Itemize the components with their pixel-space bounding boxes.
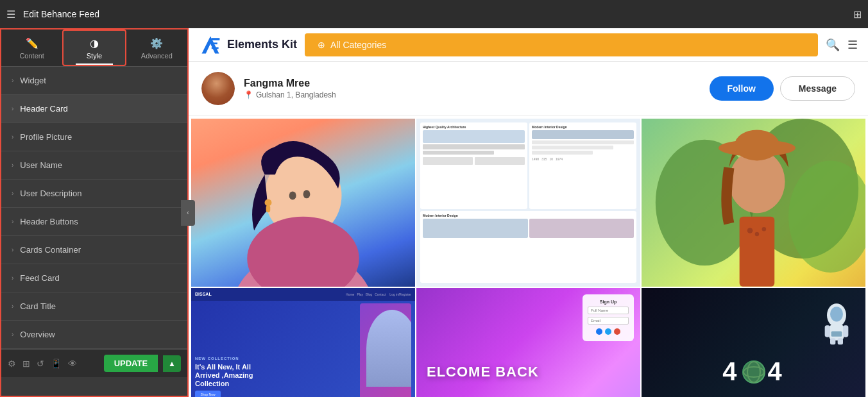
svg-point-19	[755, 232, 760, 237]
sidebar-item-feed-card[interactable]: › Feed Card	[1, 264, 187, 292]
settings-icon[interactable]: ⚙	[8, 359, 16, 369]
sidebar-item-profile-picture[interactable]: › Profile Picture	[1, 123, 187, 151]
tab-advanced[interactable]: ⚙️ Advanced	[126, 30, 187, 66]
brand-name: Elements Kit	[227, 38, 297, 51]
sidebar-item-user-description[interactable]: › User Description	[1, 180, 187, 208]
sidebar-item-widget[interactable]: › Widget	[1, 67, 187, 95]
chevron-right-icon: ›	[12, 133, 13, 140]
sidebar-item-cards-container[interactable]: › Cards Container	[1, 236, 187, 264]
profile-location-text: Gulshan 1, Bangladesh	[256, 90, 336, 99]
grid-icon[interactable]: ⊞	[853, 8, 862, 21]
avatar	[201, 72, 235, 105]
chevron-right-icon: ›	[12, 303, 13, 310]
svg-rect-2	[212, 42, 217, 44]
sidebar-item-header-card[interactable]: › Header Card	[1, 95, 187, 123]
sidebar-item-card-title[interactable]: › Card Title	[1, 292, 187, 321]
categories-button[interactable]: ⊕ All Categories	[305, 33, 818, 56]
tab-content-label: Content	[19, 52, 44, 60]
preview-area: Fangma Mree 📍 Gulshan 1, Bangladesh Foll…	[189, 62, 868, 397]
svg-rect-29	[830, 338, 835, 344]
sidebar-item-cards-container-label: Cards Container	[20, 245, 81, 255]
feed-card-4[interactable]: BISSAL HomePlayBlogContact Log in/Regist…	[191, 288, 415, 397]
feed-card-3[interactable]	[642, 119, 865, 287]
sidebar-item-overview[interactable]: › Overview	[1, 321, 187, 349]
svg-rect-10	[266, 205, 271, 212]
profile-location: 📍 Gulshan 1, Bangladesh	[244, 90, 701, 99]
sidebar-item-user-name-label: User Name	[20, 160, 62, 170]
update-dropdown-button[interactable]: ▲	[163, 355, 181, 372]
menu-icon[interactable]: ☰	[847, 38, 858, 52]
svg-rect-3	[212, 47, 219, 49]
tab-style-label: Style	[87, 52, 102, 60]
feed-card-6[interactable]: 4 4 OOPOS	[642, 288, 865, 397]
sidebar-item-widget-label: Widget	[20, 76, 46, 85]
sidebar-item-card-title-label: Card Title	[20, 301, 56, 311]
bottom-icons: ⚙ ⊞ ↺ 📱 👁	[8, 359, 99, 369]
profile-header: Fangma Mree 📍 Gulshan 1, Bangladesh Foll…	[189, 62, 868, 116]
svg-rect-14	[740, 217, 775, 287]
chevron-right-icon: ›	[12, 105, 13, 112]
profile-actions: Follow Message	[710, 76, 855, 101]
svg-rect-28	[843, 325, 848, 337]
location-icon: 📍	[244, 90, 253, 99]
svg-rect-31	[831, 331, 842, 336]
sidebar-items-list: › Widget › Header Card › Profile Picture…	[1, 67, 187, 349]
follow-button[interactable]: Follow	[710, 76, 774, 101]
topbar-title: Edit Behance Feed	[23, 9, 846, 19]
tab-advanced-label: Advanced	[141, 52, 173, 60]
categories-label: All Categories	[330, 40, 386, 50]
sidebar-item-header-buttons[interactable]: › Header Buttons	[1, 208, 187, 236]
chevron-right-icon: ›	[12, 218, 13, 225]
history-icon[interactable]: ↺	[37, 359, 44, 369]
svg-point-9	[265, 199, 272, 206]
message-button[interactable]: Message	[780, 76, 855, 101]
svg-rect-30	[838, 338, 843, 344]
chevron-right-icon: ›	[12, 275, 13, 282]
brand-logo: Elements Kit	[199, 33, 297, 56]
profile-info: Fangma Mree 📍 Gulshan 1, Bangladesh	[244, 78, 701, 99]
sidebar-item-user-name[interactable]: › User Name	[1, 151, 187, 180]
feed-card-1[interactable]	[191, 119, 415, 287]
tabs-bar: ✏️ Content ◑ Style ⚙️ Advanced	[1, 30, 187, 67]
sidebar-item-user-description-label: User Description	[20, 189, 81, 198]
device-icon[interactable]: 📱	[51, 359, 62, 369]
layers-icon[interactable]: ⊞	[22, 359, 30, 369]
tab-content[interactable]: ✏️ Content	[1, 30, 62, 66]
chevron-right-icon: ›	[12, 162, 13, 169]
feed-grid: Highest Quality Architecture Modern Inte…	[189, 116, 868, 397]
svg-point-8	[303, 190, 311, 198]
style-tab-icon: ◑	[90, 37, 99, 49]
svg-point-21	[744, 362, 764, 382]
update-button[interactable]: UPDATE	[104, 355, 158, 372]
sidebar-item-feed-card-label: Feed Card	[20, 273, 59, 283]
svg-point-7	[289, 191, 296, 199]
chevron-right-icon: ›	[12, 77, 13, 84]
feed-card-5[interactable]: ELCOME BACK Sign Up	[416, 288, 640, 397]
collapse-handle[interactable]: ‹	[181, 200, 195, 226]
chevron-right-icon: ›	[12, 246, 13, 253]
feed-card-2[interactable]: Highest Quality Architecture Modern Inte…	[416, 119, 640, 287]
content-tab-icon: ✏️	[26, 37, 38, 49]
sidebar: ✏️ Content ◑ Style ⚙️ Advanced › Widget …	[0, 28, 189, 397]
advanced-tab-icon: ⚙️	[150, 37, 163, 49]
main-layout: ✏️ Content ◑ Style ⚙️ Advanced › Widget …	[0, 28, 868, 397]
chevron-right-icon: ›	[12, 331, 13, 338]
content-area: Elements Kit ⊕ All Categories 🔍 ☰ Fan	[189, 28, 868, 397]
avatar-image	[201, 72, 235, 105]
eye-icon[interactable]: 👁	[68, 359, 77, 369]
topbar-actions: 🔍 ☰	[826, 38, 858, 52]
tab-style[interactable]: ◑ Style	[62, 30, 126, 66]
svg-point-20	[762, 227, 767, 232]
content-topbar: Elements Kit ⊕ All Categories 🔍 ☰	[189, 28, 868, 62]
sidebar-item-overview-label: Overview	[20, 330, 55, 339]
sidebar-item-header-card-label: Header Card	[20, 104, 67, 114]
sidebar-item-header-buttons-label: Header Buttons	[20, 217, 78, 226]
svg-point-17	[735, 130, 779, 160]
sidebar-item-profile-picture-label: Profile Picture	[20, 132, 72, 142]
hamburger-icon[interactable]: ☰	[6, 8, 15, 21]
search-icon[interactable]: 🔍	[826, 38, 840, 52]
svg-point-6	[247, 217, 359, 287]
brand-icon	[199, 33, 222, 56]
categories-icon: ⊕	[318, 40, 325, 50]
topbar: ☰ Edit Behance Feed ⊞	[0, 0, 868, 28]
